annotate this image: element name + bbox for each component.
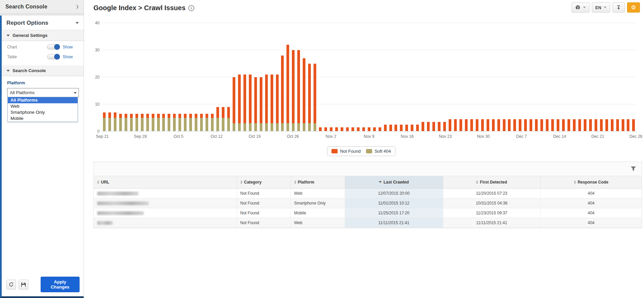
chart-bar[interactable] (432, 122, 435, 131)
chart-bar[interactable] (497, 119, 500, 131)
column-header[interactable]: Response Code (540, 176, 642, 188)
chart-bar[interactable] (308, 64, 311, 131)
section-general-settings[interactable]: General Settings (2, 30, 84, 41)
chart-bar[interactable] (627, 119, 629, 131)
chart-bar[interactable] (595, 119, 597, 131)
chart-bar[interactable] (524, 119, 527, 131)
chart-bar[interactable] (173, 114, 176, 131)
chart-bar[interactable] (292, 50, 295, 131)
chart-bar[interactable] (130, 114, 133, 131)
chart-bar[interactable] (503, 119, 506, 131)
chart-bar[interactable] (108, 112, 111, 131)
chart-bar[interactable] (573, 119, 576, 131)
chart-bar[interactable] (546, 119, 549, 131)
platform-option[interactable]: Mobile (8, 115, 78, 122)
filter-icon[interactable] (630, 166, 636, 171)
chart-bar[interactable] (249, 74, 252, 131)
chart-bar[interactable] (427, 122, 430, 131)
chart-bar[interactable] (481, 119, 484, 131)
chart-bar[interactable] (227, 107, 230, 131)
chart-bar[interactable] (286, 45, 289, 131)
platform-option[interactable]: Web (8, 103, 78, 109)
chart-bar[interactable] (238, 74, 241, 131)
chart-bar[interactable] (562, 119, 565, 131)
chart-bar[interactable] (438, 122, 441, 131)
chart-bar[interactable] (405, 125, 408, 131)
chart-bar[interactable] (200, 114, 203, 131)
url-cell[interactable] (94, 198, 237, 208)
chart-bar[interactable] (540, 119, 543, 131)
chart-bar[interactable] (389, 125, 392, 131)
column-header[interactable]: Category (237, 176, 291, 188)
chart-bar[interactable] (119, 114, 122, 131)
platform-select[interactable]: All Platforms All PlatformsWebSmartphone… (7, 88, 79, 97)
column-header[interactable]: Last Crawled (345, 176, 443, 188)
chart-bar[interactable] (152, 114, 154, 131)
info-icon[interactable]: i (188, 5, 194, 11)
chart-bar[interactable] (168, 114, 170, 131)
chart-bar[interactable] (422, 122, 424, 131)
chart-bar[interactable] (605, 119, 608, 131)
chart-bar[interactable] (616, 119, 619, 131)
download-button[interactable] (613, 2, 625, 13)
chart-bar[interactable] (195, 114, 197, 131)
chart-bar[interactable] (233, 77, 235, 131)
chevron-down-icon[interactable] (76, 22, 79, 24)
chart-bar[interactable] (578, 119, 581, 131)
legend-item[interactable]: Soft 404 (366, 149, 391, 154)
refresh-button[interactable] (6, 280, 16, 290)
chart-bar[interactable] (281, 56, 284, 131)
chart-bar[interactable] (459, 119, 462, 131)
collapse-sidebar-icon[interactable]: ❯ (76, 4, 79, 9)
chart-bar[interactable] (271, 74, 273, 131)
chart-bar[interactable] (622, 119, 624, 131)
chart-bar[interactable] (314, 64, 316, 131)
chart-bar[interactable] (103, 112, 106, 131)
chart-bar[interactable] (487, 119, 489, 131)
chart-bar[interactable] (243, 74, 246, 131)
url-cell[interactable] (94, 208, 237, 218)
toggle-switch[interactable] (47, 44, 60, 49)
chart-bar[interactable] (135, 114, 138, 131)
language-button[interactable]: EN (592, 2, 610, 13)
chart-bar[interactable] (222, 107, 224, 131)
chart-bar[interactable] (611, 119, 614, 131)
chart-bar[interactable] (584, 119, 586, 131)
chart-bar[interactable] (211, 114, 214, 131)
chart-bar[interactable] (146, 114, 149, 131)
chart-bar[interactable] (416, 125, 419, 131)
chart-bar[interactable] (303, 58, 305, 131)
chart-bar[interactable] (260, 77, 262, 131)
apply-changes-button[interactable]: Apply Changes (41, 277, 80, 292)
chart-bar[interactable] (400, 125, 403, 131)
column-header[interactable]: First Detected (443, 176, 540, 188)
chart-bar[interactable] (492, 119, 495, 131)
chart-bar[interactable] (114, 112, 116, 131)
chart-bar[interactable] (265, 74, 268, 131)
chart-bar[interactable] (551, 119, 554, 131)
column-header[interactable]: URL (94, 176, 237, 188)
chart-bar[interactable] (557, 119, 559, 131)
chart-bar[interactable] (206, 114, 208, 131)
platform-option[interactable]: Smartphone Only (8, 109, 78, 115)
export-button[interactable] (572, 2, 589, 13)
column-header[interactable]: Platform (291, 176, 345, 188)
chart-bar[interactable] (254, 77, 257, 131)
chart-bar[interactable] (632, 119, 635, 131)
chart-bar[interactable] (530, 119, 532, 131)
chart-bar[interactable] (443, 122, 446, 131)
url-cell[interactable] (94, 218, 237, 228)
chart-bar[interactable] (178, 114, 181, 131)
chart-bar[interactable] (508, 119, 511, 131)
chart-bar[interactable] (567, 119, 570, 131)
chart-bar[interactable] (535, 119, 538, 131)
chart-bar[interactable] (276, 74, 279, 131)
chart-bar[interactable] (394, 125, 397, 131)
url-cell[interactable] (94, 188, 237, 198)
chart-bar[interactable] (184, 114, 187, 131)
chart-bar[interactable] (600, 119, 603, 131)
chart-bar[interactable] (141, 114, 144, 131)
chart-bar[interactable] (411, 125, 413, 131)
platform-option[interactable]: All Platforms (8, 97, 78, 103)
section-search-console[interactable]: Search Console (2, 65, 84, 76)
